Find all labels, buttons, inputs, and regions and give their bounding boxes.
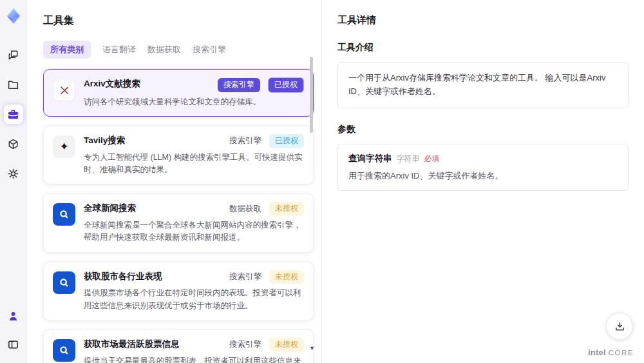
tool-name: 获取市场最活跃股票信息	[84, 338, 180, 350]
tool-description: 提供当天交易量最高的股票列表，投资者可以利用这些信息来识别流动性强的股票和潜在的…	[84, 355, 304, 363]
tool-name: Tavily搜索	[84, 134, 125, 146]
tool-description: 提供股票市场各个行业在特定时间段内的表现。投资者可以利用这些信息来识别表现优于或…	[84, 287, 304, 312]
category-label: 搜索引擎	[229, 271, 261, 282]
tool-card-tavily[interactable]: ✦ Tavily搜索 搜索引擎 已授权 专为人工智能代理 (LLM) 构建的搜索…	[43, 126, 314, 184]
tool-card-sector-performance[interactable]: 获取股市各行业表现 搜索引擎 未授权 提供股票市场各个行业在特定时间段内的表现。…	[43, 262, 314, 320]
user-avatar-icon[interactable]	[4, 306, 23, 326]
tool-detail-panel: 工具详情 工具介绍 一个用于从Arxiv存储库搜索科学论文和文章的工具。 输入可…	[322, 0, 644, 363]
folder-icon[interactable]	[4, 75, 23, 94]
parameter-required-flag: 必填	[424, 153, 440, 164]
tool-intro-text: 一个用于从Arxiv存储库搜索科学论文和文章的工具。 输入可以是Arxiv ID…	[337, 62, 629, 108]
status-badge: 未授权	[269, 202, 304, 216]
app-window: 工具集 所有类别 语言翻译 数据获取 搜索引擎 Arxiv文献搜索	[0, 0, 644, 363]
tab-data-fetching[interactable]: 数据获取	[147, 41, 181, 59]
tool-name: 获取股市各行业表现	[84, 270, 162, 282]
category-label: 搜索引擎	[229, 135, 261, 146]
category-label: 搜索引擎	[229, 339, 261, 350]
news-search-icon	[53, 203, 75, 226]
params-heading: 参数	[337, 124, 629, 135]
parameter-card: 查询字符串 字符串 必填 用于搜索的Arxiv ID、关键字或作者姓名。	[337, 144, 629, 191]
download-button[interactable]	[606, 313, 633, 340]
intro-heading: 工具介绍	[337, 42, 629, 54]
tool-name: Arxiv文献搜索	[84, 77, 140, 90]
list-scrollbar-thumb[interactable]	[310, 57, 313, 133]
tool-list-panel: 工具集 所有类别 语言翻译 数据获取 搜索引擎 Arxiv文献搜索	[27, 0, 322, 363]
tool-name: 全球新闻搜索	[84, 202, 136, 214]
tab-search-engine[interactable]: 搜索引擎	[193, 41, 226, 59]
left-rail	[0, 0, 27, 363]
toolbox-icon[interactable]	[4, 104, 23, 124]
core-wordmark: core	[609, 349, 634, 357]
parameter-name: 查询字符串	[348, 153, 392, 164]
tool-description: 访问各个研究领域大量科学论文和文章的存储库。	[84, 96, 304, 108]
tool-card-active-stocks[interactable]: 获取市场最活跃股票信息 搜索引擎 未授权 提供当天交易量最高的股票列表，投资者可…	[43, 329, 314, 363]
tool-description: 专为人工智能代理 (LLM) 构建的搜索引擎工具。可快速提供实时、准确和真实的结…	[84, 152, 304, 177]
tab-language-translation[interactable]: 语言翻译	[102, 41, 136, 59]
four-point-star-icon: ✦	[53, 135, 75, 158]
intel-wordmark: intel	[588, 348, 606, 357]
rail-bottom	[4, 306, 23, 354]
parameter-description: 用于搜索的Arxiv ID、关键字或作者姓名。	[348, 170, 618, 182]
status-badge: 未授权	[269, 338, 304, 352]
tool-card-global-news[interactable]: 全球新闻搜索 数据获取 未授权 全球新闻搜索是一个聚合全球各大新闻网站内容的搜索…	[43, 193, 314, 252]
download-icon	[614, 320, 626, 333]
chat-icon[interactable]	[4, 45, 23, 64]
tool-description: 全球新闻搜索是一个聚合全球各大新闻网站内容的搜索引擎，帮助用户快速获取全球最新资…	[84, 219, 304, 244]
category-badge: 搜索引擎	[218, 78, 260, 92]
parameter-type: 字符串	[397, 153, 420, 164]
tab-all-categories[interactable]: 所有类别	[43, 41, 91, 59]
intel-core-logo: intel core	[588, 348, 634, 357]
status-badge: 未授权	[269, 270, 304, 284]
tool-card-arxiv[interactable]: Arxiv文献搜索 搜索引擎 已授权 访问各个研究领域大量科学论文和文章的存储库…	[43, 69, 314, 117]
rail-nav	[4, 45, 23, 183]
arxiv-icon	[53, 79, 75, 101]
tool-list: Arxiv文献搜索 搜索引擎 已授权 访问各个研究领域大量科学论文和文章的存储库…	[43, 69, 314, 363]
page-title: 工具集	[43, 14, 321, 28]
collapse-panel-icon[interactable]	[4, 335, 23, 354]
cube-icon[interactable]	[4, 134, 23, 153]
category-label: 数据获取	[229, 204, 261, 215]
status-badge: 已授权	[268, 77, 304, 93]
active-stocks-icon	[53, 339, 75, 362]
status-badge: 已授权	[269, 134, 304, 148]
detail-title: 工具详情	[337, 14, 629, 26]
settings-gear-icon[interactable]	[4, 164, 23, 183]
scroll-down-arrow-icon[interactable]: ▼	[309, 345, 315, 351]
app-logo-icon	[4, 6, 23, 26]
sector-performance-icon	[53, 271, 75, 294]
category-tabs: 所有类别 语言翻译 数据获取 搜索引擎	[43, 41, 321, 59]
